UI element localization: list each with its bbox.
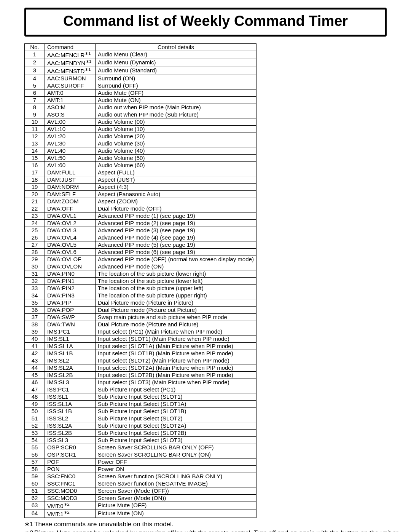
- cell-no: 28: [25, 248, 45, 256]
- table-row: 24DWA:OVL2Advanced PIP mode (2) (see pag…: [25, 219, 256, 227]
- table-row: 42IMS:SL1BInput select (SLOT1B) (Main Pi…: [25, 350, 256, 357]
- cell-command-text: OSP:SCR1: [47, 451, 76, 458]
- cell-no: 46: [25, 379, 45, 386]
- table-row: 12AVL:20Audio Volume (20): [25, 133, 256, 140]
- cell-no: 53: [25, 429, 45, 436]
- cell-details: Surround (OFF): [96, 82, 256, 89]
- cell-command-text: SSC:FNC0: [47, 473, 75, 479]
- cell-details: The location of the sub picture (lower l…: [96, 277, 256, 284]
- cell-command: DAM:NORM: [45, 183, 96, 190]
- table-row: 58PONPower ON: [25, 465, 256, 473]
- table-row: 54ISS:SL3Sub Picture Input Select (SLOT3…: [25, 436, 256, 444]
- cell-no: 63: [25, 502, 45, 510]
- cell-details: Screen Saver SCROLLING BAR ONLY (ON): [96, 451, 256, 458]
- cell-command: AAC:MENCLR∗1: [45, 51, 96, 59]
- cell-no: 56: [25, 451, 45, 458]
- cell-details: Advanced PIP mode (OFF) (normal two scre…: [96, 256, 256, 263]
- cell-details: Input select (SLOT1) (Main Picture when …: [96, 335, 256, 342]
- cell-command: IMS:SL3: [45, 379, 96, 386]
- cell-no: 23: [25, 212, 45, 219]
- cell-command-text: DAM:ZOOM: [47, 198, 79, 204]
- table-row: 27DWA:OVL5Advanced PIP mode (5) (see pag…: [25, 241, 256, 248]
- table-row: 28DWA:OVL6Advanced PIP mode (6) (see pag…: [25, 248, 256, 256]
- cell-command: ISS:SL2: [45, 415, 96, 422]
- cell-command-text: SSC:FNC1: [47, 480, 75, 487]
- table-row: 57POFPower OFF: [25, 458, 256, 465]
- cell-no: 33: [25, 284, 45, 292]
- cell-no: 58: [25, 465, 45, 473]
- table-row: 40IMS:SL1Input select (SLOT1) (Main Pict…: [25, 335, 256, 342]
- cell-command: IMS:SL1B: [45, 350, 96, 357]
- cell-command: DWA:OVL1: [45, 212, 96, 219]
- cell-command-text: VMT:1: [47, 511, 64, 517]
- cell-no: 54: [25, 436, 45, 444]
- table-row: 14AVL:40Audio Volume (40): [25, 147, 256, 154]
- table-row: 9ASO:SAudio out when PIP mode (Sub Pictu…: [25, 111, 256, 118]
- cell-command: DAM:FULL: [45, 169, 96, 176]
- cell-command: ASO:S: [45, 111, 96, 118]
- table-row: 3AAC:MENSTD∗1Audio Menu (Standard): [25, 67, 256, 75]
- footnote: ∗2Picture Mute cannot be unlocked by pow…: [24, 529, 399, 532]
- cell-command: ISS:SL2B: [45, 429, 96, 436]
- cell-no: 3: [25, 67, 45, 75]
- table-row: 17DAM:FULLAspect (FULL): [25, 169, 256, 176]
- cell-no: 27: [25, 241, 45, 248]
- cell-command: SSC:MOD0: [45, 487, 96, 494]
- cell-no: 61: [25, 487, 45, 494]
- table-row: 6AMT:0Audio Mute (OFF): [25, 89, 256, 96]
- cell-command-text: DWA:PIN0: [47, 270, 75, 277]
- cell-command: DWA:OVLOF: [45, 256, 96, 263]
- cell-details: Dual Picture mode (Picture and Picture): [96, 321, 256, 328]
- cell-command: AVL:40: [45, 147, 96, 154]
- cell-command: VMT:1∗2: [45, 510, 96, 518]
- cell-no: 43: [25, 357, 45, 364]
- cell-command-text: ISS:SL1B: [47, 408, 72, 414]
- table-row: 52ISS:SL2ASub Picture Input Select (SLOT…: [25, 422, 256, 429]
- cell-no: 20: [25, 190, 45, 198]
- cell-no: 59: [25, 473, 45, 480]
- cell-command: DWA:PIN1: [45, 277, 96, 284]
- cell-command: AMT:1: [45, 96, 96, 104]
- cell-command-text: AVL:40: [47, 147, 65, 154]
- cell-command: DAM:JUST: [45, 176, 96, 183]
- cell-command-text: IMS:SL2: [47, 357, 69, 364]
- table-row: 4AAC:SURMONSurround (ON): [25, 75, 256, 82]
- cell-command-text: SSC:MOD0: [47, 487, 77, 494]
- cell-details: Sub Picture Input Select (SLOT3): [96, 436, 256, 444]
- cell-command: DWA:OVL3: [45, 227, 96, 234]
- cell-no: 31: [25, 270, 45, 277]
- cell-details: Dual Picture mode (Picture out Picture): [96, 306, 256, 313]
- cell-command-text: DAM:SELF: [47, 191, 76, 197]
- cell-command-text: DWA:OFF: [47, 205, 73, 212]
- cell-command: SSC:MOD3: [45, 494, 96, 502]
- cell-command: IMS:SL1: [45, 335, 96, 342]
- cell-command-text: ISS:SL2B: [47, 430, 72, 436]
- cell-no: 19: [25, 183, 45, 190]
- table-row: 38DWA:TWNDual Picture mode (Picture and …: [25, 321, 256, 328]
- cell-command-text: ISS:SL1: [47, 393, 68, 400]
- cell-command: SSC:FNC1: [45, 480, 96, 487]
- cell-details: Sub Picture Input Select (SLOT1B): [96, 407, 256, 415]
- table-row: 15AVL:50Audio Volume (50): [25, 154, 256, 161]
- cell-command-text: AMT:0: [47, 89, 64, 96]
- table-row: 13AVL:30Audio Volume (30): [25, 140, 256, 147]
- cell-command: DWA:TWN: [45, 321, 96, 328]
- cell-details: Advanced PIP mode (1) (see page 19): [96, 212, 256, 219]
- cell-details: Aspect (FULL): [96, 169, 256, 176]
- cell-command: AAC:MENSTD∗1: [45, 67, 96, 75]
- table-row: 32DWA:PIN1The location of the sub pictur…: [25, 277, 256, 284]
- cell-command: AAC:MENDYN∗1: [45, 59, 96, 67]
- cell-command-text: IMS:SL2A: [47, 364, 73, 371]
- cell-details: Sub Picture Input Select (SLOT2B): [96, 429, 256, 436]
- cell-details: Dual Picture mode (Picture in Picture): [96, 299, 256, 306]
- cell-command-text: AMT:1: [47, 97, 64, 103]
- cell-details: Sub Picture Input Select (SLOT2A): [96, 422, 256, 429]
- cell-no: 41: [25, 342, 45, 350]
- table-row: 11AVL:10Audio Volume (10): [25, 125, 256, 133]
- table-row: 35DWA:PIPDual Picture mode (Picture in P…: [25, 299, 256, 306]
- cell-no: 4: [25, 75, 45, 82]
- cell-command: DWA:OVL6: [45, 248, 96, 256]
- cell-no: 2: [25, 59, 45, 67]
- cell-command-text: DWA:POP: [47, 307, 74, 313]
- cell-command: DWA:POP: [45, 306, 96, 313]
